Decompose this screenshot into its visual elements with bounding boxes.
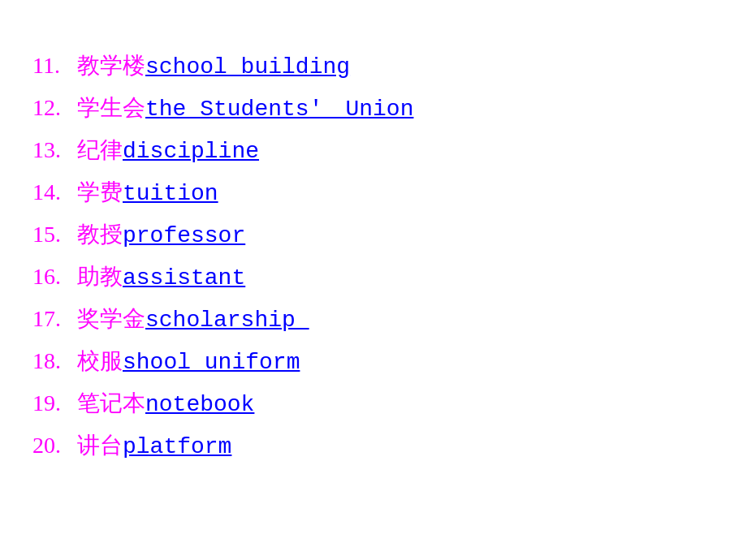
item-number: 16. — [32, 260, 77, 294]
list-item: 17.奖学金scholarship — [32, 302, 715, 338]
item-english: scholarship — [145, 304, 309, 338]
list-item: 11.教学楼school building — [32, 49, 715, 84]
item-chinese: 教授 — [77, 218, 123, 252]
item-number: 15. — [32, 218, 77, 252]
list-item: 14.学费tuition — [32, 175, 715, 211]
list-item: 16.助教assistant — [32, 260, 715, 295]
vocabulary-list: 11.教学楼school building12.学生会the Students'… — [32, 49, 715, 464]
list-item: 12.学生会the Students' Union — [32, 91, 715, 127]
item-english: professor — [123, 219, 245, 253]
list-item: 19.笔记本notebook — [32, 386, 715, 422]
item-english: school building — [145, 50, 350, 84]
item-number: 17. — [32, 302, 77, 336]
item-english: tuition — [123, 177, 218, 211]
item-number: 12. — [32, 91, 77, 125]
item-number: 19. — [32, 386, 77, 420]
item-chinese: 校服 — [77, 344, 123, 378]
item-english: discipline — [123, 135, 259, 169]
item-number: 14. — [32, 175, 77, 209]
item-chinese: 助教 — [77, 260, 123, 294]
list-item: 15.教授professor — [32, 218, 715, 253]
item-english: notebook — [145, 388, 254, 422]
item-number: 13. — [32, 133, 77, 167]
item-english: assistant — [123, 261, 245, 295]
item-chinese: 笔记本 — [77, 386, 145, 420]
item-chinese: 学生会 — [77, 91, 145, 125]
item-english: shool uniform — [123, 346, 300, 380]
item-number: 20. — [32, 429, 77, 463]
item-english: platform — [123, 430, 231, 464]
item-chinese: 奖学金 — [77, 302, 145, 336]
item-chinese: 讲台 — [77, 429, 123, 463]
list-item: 13.纪律discipline — [32, 133, 715, 169]
item-english: the Students' Union — [145, 93, 413, 127]
list-item: 18.校服shool uniform — [32, 344, 715, 380]
item-chinese: 纪律 — [77, 133, 123, 167]
item-chinese: 学费 — [77, 175, 123, 209]
item-chinese: 教学楼 — [77, 49, 145, 83]
item-number: 11. — [32, 49, 77, 83]
item-number: 18. — [32, 344, 77, 378]
list-item: 20.讲台platform — [32, 429, 715, 464]
